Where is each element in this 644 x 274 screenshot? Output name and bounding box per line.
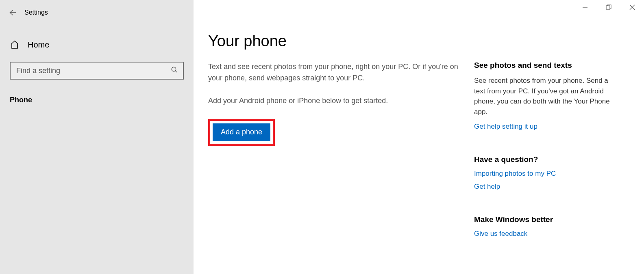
svg-point-0 [172, 67, 176, 71]
page-description-2: Add your Android phone or iPhone below t… [208, 95, 464, 107]
sidebar: Settings Home Phone [0, 0, 194, 274]
maximize-button[interactable] [597, 0, 620, 15]
home-icon [10, 40, 20, 50]
page-description-1: Text and see recent photos from your pho… [208, 61, 464, 84]
setup-help-link[interactable]: Get help setting it up [474, 123, 620, 131]
aside-photos-heading: See photos and send texts [474, 61, 620, 70]
app-title: Settings [24, 9, 48, 16]
window-controls [573, 0, 644, 15]
aside-better-heading: Make Windows better [474, 215, 620, 224]
feedback-link[interactable]: Give us feedback [474, 230, 620, 238]
search-icon [171, 66, 178, 75]
page-title: Your phone [208, 32, 474, 50]
minimize-button[interactable] [573, 0, 597, 15]
maximize-icon [606, 4, 611, 10]
sidebar-category-phone[interactable]: Phone [10, 96, 184, 104]
main-area: Your phone Text and see recent photos fr… [194, 0, 644, 274]
search-input[interactable] [15, 66, 171, 76]
svg-line-1 [175, 71, 177, 72]
aside-panel: See photos and send texts See recent pho… [474, 0, 637, 274]
home-label: Home [28, 40, 49, 50]
svg-rect-3 [606, 6, 610, 9]
import-photos-link[interactable]: Importing photos to my PC [474, 170, 620, 178]
close-button[interactable] [620, 0, 644, 15]
get-help-link[interactable]: Get help [474, 183, 620, 191]
minimize-icon [582, 4, 588, 10]
aside-photos-desc: See recent photos from your phone. Send … [474, 76, 620, 117]
search-box[interactable] [10, 62, 184, 80]
add-phone-highlight: Add a phone [208, 119, 275, 146]
aside-question-heading: Have a question? [474, 155, 620, 164]
home-nav-item[interactable]: Home [10, 40, 184, 50]
close-icon [629, 4, 635, 10]
back-arrow-icon [8, 8, 17, 17]
back-button[interactable] [0, 4, 24, 21]
add-phone-button[interactable]: Add a phone [213, 123, 270, 141]
